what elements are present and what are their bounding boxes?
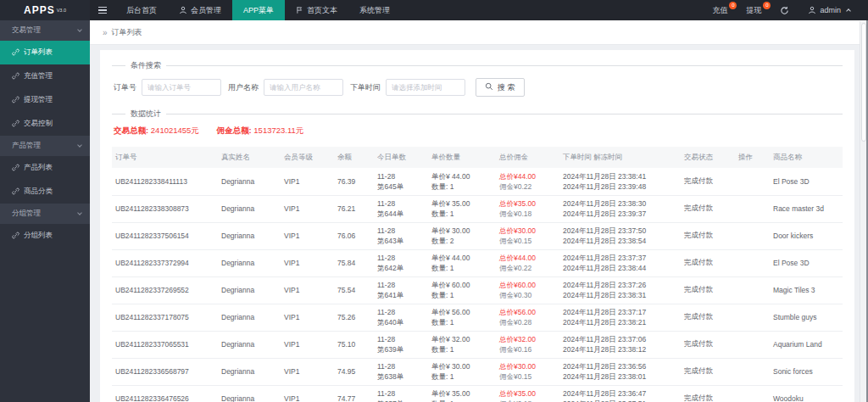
topnav-item-2[interactable]: APP菜单 bbox=[232, 0, 285, 20]
trade-status: 完成付款 bbox=[684, 204, 713, 212]
order-no: UB2411282336568797 bbox=[115, 367, 189, 376]
order-time: 2024年11月28日 23:36:47 bbox=[563, 388, 676, 399]
link-icon bbox=[12, 187, 19, 197]
refresh-button[interactable] bbox=[771, 0, 798, 20]
search-field-group-2: 下单时间 bbox=[350, 79, 465, 96]
commission-total-label: 佣金总额: bbox=[217, 126, 252, 135]
order-no: UB2411282338308873 bbox=[115, 204, 189, 213]
table-row: UB2411282337372994 Degrianna VIP1 75.84 … bbox=[112, 249, 843, 276]
chevron-down-icon bbox=[77, 27, 82, 32]
sidebar: 交易管理 订单列表 充值管理 提现管理 交易控制 产品管理 产品列表 商品分类 bbox=[0, 20, 90, 402]
product-name: El Pose 3D bbox=[773, 177, 810, 186]
unfreeze-time: 2024年11月28日 23:39:48 bbox=[563, 181, 676, 192]
link-icon bbox=[12, 48, 19, 58]
search-input-2[interactable] bbox=[386, 79, 465, 96]
member-level: VIP1 bbox=[284, 313, 299, 321]
commission: 佣金¥0.16 bbox=[499, 344, 554, 355]
order-date: 11-28 bbox=[377, 361, 423, 371]
column-header-today-orders: 今日单数 bbox=[373, 147, 427, 168]
topnav-item-0[interactable]: 后台首页 bbox=[115, 0, 168, 20]
sidebar-item-1-1[interactable]: 商品分类 bbox=[0, 180, 90, 204]
search-input-1[interactable] bbox=[264, 79, 343, 96]
unfreeze-time: 2024年11月28日 23:39:37 bbox=[563, 209, 676, 219]
member-level: VIP1 bbox=[284, 340, 299, 349]
column-header-total-commission: 总价佣金 bbox=[495, 147, 559, 168]
sidebar-group-1[interactable]: 产品管理 bbox=[0, 136, 90, 156]
sidebar-item-2-0[interactable]: 分组列表 bbox=[0, 224, 90, 248]
table-row: UB2411282336568797 Degrianna VIP1 74.95 … bbox=[112, 358, 843, 385]
order-no: UB2411282337065531 bbox=[115, 340, 189, 349]
order-time: 2024年11月28日 23:37:26 bbox=[563, 280, 676, 290]
main-area: » 订单列表 条件搜索 订单号 用户名称 下单时间 搜 索 数据统计 bbox=[90, 20, 868, 402]
sidebar-group-2[interactable]: 分组管理 bbox=[0, 204, 90, 224]
recharge-button[interactable]: 充值 0 bbox=[703, 0, 737, 20]
sidebar-item-0-3[interactable]: 交易控制 bbox=[0, 112, 90, 136]
order-date: 11-28 bbox=[377, 226, 423, 236]
member-level: VIP1 bbox=[284, 367, 299, 376]
unfreeze-time: 2024年11月28日 23:37:51 bbox=[563, 399, 676, 402]
balance: 75.10 bbox=[337, 340, 355, 349]
trade-status: 完成付款 bbox=[684, 176, 713, 185]
search-button[interactable]: 搜 索 bbox=[476, 78, 525, 97]
user-menu[interactable]: admin bbox=[798, 0, 860, 20]
unit-price: 单价¥ 44.00 bbox=[431, 171, 491, 181]
balance: 75.54 bbox=[337, 286, 355, 294]
search-field-group-0: 订单号 bbox=[114, 79, 221, 96]
unit-price: 单价¥ 44.00 bbox=[431, 253, 491, 263]
order-date: 11-28 bbox=[377, 388, 423, 399]
product-name: Door kickers bbox=[773, 232, 813, 240]
total-price: 总价¥44.00 bbox=[499, 171, 554, 181]
balance: 76.21 bbox=[337, 204, 355, 213]
order-no: UB2411282338411113 bbox=[115, 177, 187, 186]
product-name: El Pose 3D bbox=[773, 259, 810, 267]
product-name: Magic Tiles 3 bbox=[773, 286, 815, 294]
quantity: 数量: 1 bbox=[431, 344, 491, 355]
order-time: 2024年11月28日 23:37:50 bbox=[563, 226, 676, 236]
order-time: 2024年11月28日 23:37:17 bbox=[563, 307, 676, 317]
menu-toggle-icon[interactable] bbox=[90, 0, 115, 20]
topnav-item-4[interactable]: 系统管理 bbox=[348, 0, 401, 20]
commission: 佣金¥0.18 bbox=[499, 399, 554, 402]
table-row: UB2411282338308873 Degrianna VIP1 76.21 … bbox=[112, 195, 843, 222]
real-name: Degrianna bbox=[221, 204, 254, 213]
refresh-icon bbox=[780, 6, 789, 15]
search-input-0[interactable] bbox=[142, 79, 221, 96]
chevron-down-icon bbox=[77, 142, 82, 148]
link-icon bbox=[12, 164, 19, 173]
member-level: VIP1 bbox=[284, 259, 299, 267]
topnav-item-3[interactable]: 首页文本 bbox=[285, 0, 348, 20]
balance: 75.26 bbox=[337, 313, 355, 321]
sidebar-item-0-0[interactable]: 订单列表 bbox=[0, 41, 90, 64]
vertical-scrollbar[interactable] bbox=[860, 21, 866, 402]
search-form: 订单号 用户名称 下单时间 搜 索 bbox=[114, 78, 843, 97]
unit-price: 单价¥ 56.00 bbox=[431, 307, 491, 317]
sidebar-item-0-2[interactable]: 提现管理 bbox=[0, 88, 90, 112]
column-header-order-unfreeze-time: 下单时间 解冻时间 bbox=[559, 147, 680, 168]
link-icon bbox=[12, 72, 19, 81]
commission: 佣金¥0.30 bbox=[499, 290, 554, 300]
user-icon bbox=[179, 6, 187, 14]
sidebar-group-0[interactable]: 交易管理 bbox=[0, 20, 90, 41]
order-date: 11-28 bbox=[377, 253, 423, 263]
withdraw-button[interactable]: 提现 0 bbox=[737, 0, 771, 20]
sidebar-item-1-0[interactable]: 产品列表 bbox=[0, 156, 90, 180]
content: 条件搜索 订单号 用户名称 下单时间 搜 索 数据统计 交易总额: 241021… bbox=[90, 45, 868, 402]
total-price: 总价¥35.00 bbox=[499, 388, 554, 399]
balance: 74.77 bbox=[337, 394, 355, 402]
order-count: 第643单 bbox=[377, 236, 423, 246]
total-price: 总价¥56.00 bbox=[499, 307, 554, 317]
sidebar-item-0-1[interactable]: 充值管理 bbox=[0, 64, 90, 88]
total-price: 总价¥60.00 bbox=[499, 280, 554, 290]
search-section: 条件搜索 bbox=[112, 60, 843, 71]
scrollbar-thumb[interactable] bbox=[861, 23, 866, 142]
total-price: 总价¥35.00 bbox=[499, 198, 554, 209]
product-name: Aquarium Land bbox=[773, 340, 822, 349]
real-name: Degrianna bbox=[221, 394, 254, 402]
product-name: Sonic forces bbox=[773, 367, 813, 376]
total-price: 总价¥30.00 bbox=[499, 226, 554, 236]
chevron-up-icon bbox=[846, 8, 851, 14]
topnav-item-1[interactable]: 会员管理 bbox=[168, 0, 232, 20]
breadcrumb-separator: » bbox=[103, 28, 108, 37]
stats-line: 交易总额: 241021455元 佣金总额: 1513723.11元 bbox=[114, 126, 843, 137]
commission: 佣金¥0.15 bbox=[499, 371, 554, 382]
